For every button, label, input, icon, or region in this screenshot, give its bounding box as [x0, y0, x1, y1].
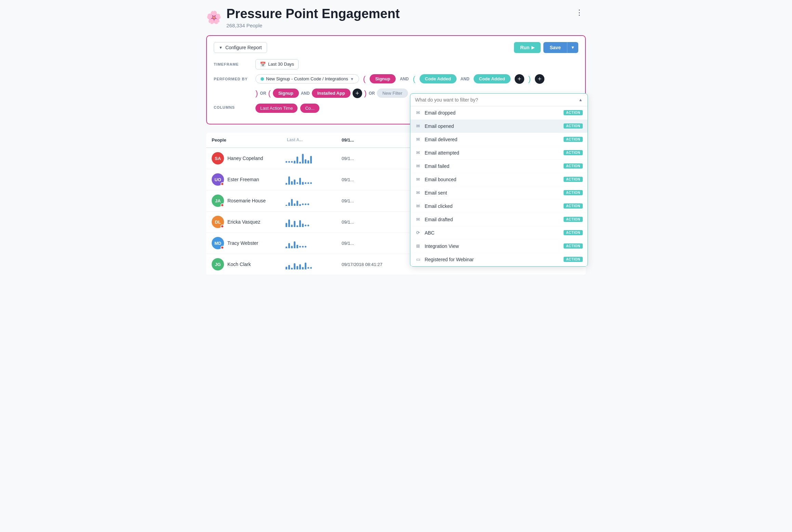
filter-item-abc[interactable]: ⟳ ABC ACTION [410, 226, 588, 240]
filter-label-integration-view: Integration View [425, 243, 459, 249]
spark-bar [296, 225, 298, 227]
performed-by-dropdown[interactable]: New Signup - Custom Code / Integrations … [255, 74, 359, 83]
performed-by-dropdown-label: New Signup - Custom Code / Integrations [266, 76, 348, 81]
spark-dot [305, 182, 306, 184]
action-badge-11: ACTION [564, 257, 582, 262]
sparkline-cell [281, 174, 336, 185]
spark-bar [291, 268, 293, 269]
add-filter-button-3[interactable]: + [353, 89, 362, 98]
abc-icon: ⟳ [415, 230, 421, 236]
top-actions: Run ▶ Save ▼ [514, 42, 578, 53]
filter-label-email-clicked: Email clicked [425, 203, 453, 209]
person-name: Ericka Vasquez [227, 219, 260, 225]
sparkline [286, 153, 332, 163]
play-icon: ▶ [531, 45, 534, 50]
filter-item-integration-view[interactable]: ⊞ Integration View ACTION [410, 240, 588, 253]
spark-bar [291, 199, 293, 206]
spark-dot [305, 246, 306, 248]
spark-bar [296, 157, 298, 163]
action-badge-7: ACTION [564, 203, 582, 209]
run-button[interactable]: Run ▶ [514, 42, 541, 53]
timeframe-row: TIMEFRAME 📅 Last 30 Days [214, 59, 578, 69]
filter-label-registered-webinar: Registered for Webinar [425, 257, 474, 262]
code-added-pill-2[interactable]: Code Added [474, 74, 511, 83]
performed-by-row: PERFORMED BY New Signup - Custom Code / … [214, 74, 578, 84]
chevron-down-icon: ▼ [219, 45, 223, 50]
spark-bar [288, 176, 290, 185]
spark-bar [302, 224, 304, 227]
or-label-1: OR [260, 91, 266, 96]
chevron-up-icon[interactable]: ▲ [579, 97, 583, 102]
configure-report-button[interactable]: ▼ Configure Report [214, 42, 267, 53]
person-name: Tracy Webster [227, 240, 258, 246]
close-paren-1: ) [528, 75, 531, 83]
spark-bar [294, 263, 295, 269]
spark-dot [286, 161, 287, 163]
code-added-pill-1[interactable]: Code Added [420, 74, 457, 83]
action-badge-8: ACTION [564, 217, 582, 222]
spark-bar [288, 243, 290, 248]
header-left: 🌸 Pressure Point Engagement 268,334 Peop… [206, 7, 400, 28]
spark-bar [288, 265, 290, 269]
save-dropdown-button[interactable]: ▼ [567, 42, 578, 53]
save-button[interactable]: Save [543, 42, 567, 53]
spark-dot [307, 225, 309, 226]
calendar-icon: 📅 [260, 62, 266, 67]
spark-bar [286, 183, 287, 185]
close-paren-pink: ) [255, 90, 258, 97]
person-cell: DL Ericka Vasquez [206, 212, 281, 232]
add-filter-button-1[interactable]: + [515, 74, 524, 84]
filter-search-input[interactable] [415, 97, 576, 103]
filter-label-email-opened: Email opened [425, 123, 454, 129]
spark-bar [291, 181, 293, 185]
spark-bar [307, 160, 309, 163]
person-name: Ester Freeman [227, 177, 259, 182]
action-badge-9: ACTION [564, 230, 582, 235]
spark-bar [310, 156, 312, 163]
open-paren-3: ( [268, 90, 270, 97]
header-title-area: Pressure Point Engagement 268,334 People [226, 7, 400, 28]
filter-item-email-delivered[interactable]: ✉ Email delivered ACTION [410, 133, 588, 146]
filter-item-email-drafted[interactable]: ✉ Email drafted ACTION [410, 213, 588, 226]
avatar: MD [212, 237, 224, 249]
signup-pill-1[interactable]: Signup [370, 74, 396, 83]
header-menu-button[interactable]: ⋮ [573, 7, 586, 18]
spark-dot [299, 246, 301, 248]
signup-pill-2[interactable]: Signup [273, 89, 299, 98]
columns-label: COLUMNS [214, 105, 251, 109]
spark-bar [294, 161, 295, 163]
configure-report-label: Configure Report [225, 45, 262, 50]
email-icon: ✉ [415, 123, 421, 129]
and-label-1: AND [400, 77, 409, 81]
filter-item-email-failed[interactable]: ✉ Email failed ACTION [410, 160, 588, 173]
and-label-2: AND [461, 77, 470, 81]
new-filter-button[interactable]: New Filter [377, 89, 408, 98]
filter-item-email-opened[interactable]: ✉ Email opened ACTION [410, 120, 588, 133]
spark-bar [291, 246, 293, 248]
open-paren-1: ( [363, 75, 366, 83]
spark-bar [294, 203, 295, 206]
filter-item-email-attempted[interactable]: ✉ Email attempted ACTION [410, 146, 588, 160]
action-badge-3: ACTION [564, 150, 582, 155]
email-icon: ✉ [415, 163, 421, 169]
filter-item-email-sent[interactable]: ✉ Email sent ACTION [410, 186, 588, 200]
filter-item-email-bounced[interactable]: ✉ Email bounced ACTION [410, 173, 588, 186]
person-name: Haney Copeland [227, 156, 263, 161]
spark-dot [291, 161, 293, 163]
filter-item-registered-webinar[interactable]: ▭ Registered for Webinar ACTION [410, 253, 588, 266]
person-cell: JA Rosemarie House [206, 190, 281, 211]
co-pill[interactable]: Co... [300, 104, 319, 113]
spark-bar [286, 205, 287, 206]
person-cell: UO Ester Freeman [206, 169, 281, 190]
last-action-time-pill[interactable]: Last Action Time [255, 104, 298, 113]
chevron-down-icon: ▼ [350, 77, 354, 81]
spark-dot [307, 267, 309, 269]
installed-app-pill[interactable]: Installed App [312, 89, 351, 98]
filter-item-email-clicked[interactable]: ✉ Email clicked ACTION [410, 200, 588, 213]
spark-dot [307, 203, 309, 205]
filter-item-email-dropped[interactable]: ✉ Email dropped ACTION [410, 106, 588, 120]
avatar: DL [212, 216, 224, 228]
spark-bar [291, 225, 293, 227]
timeframe-button[interactable]: 📅 Last 30 Days [255, 59, 299, 69]
add-filter-button-2[interactable]: + [535, 74, 544, 84]
